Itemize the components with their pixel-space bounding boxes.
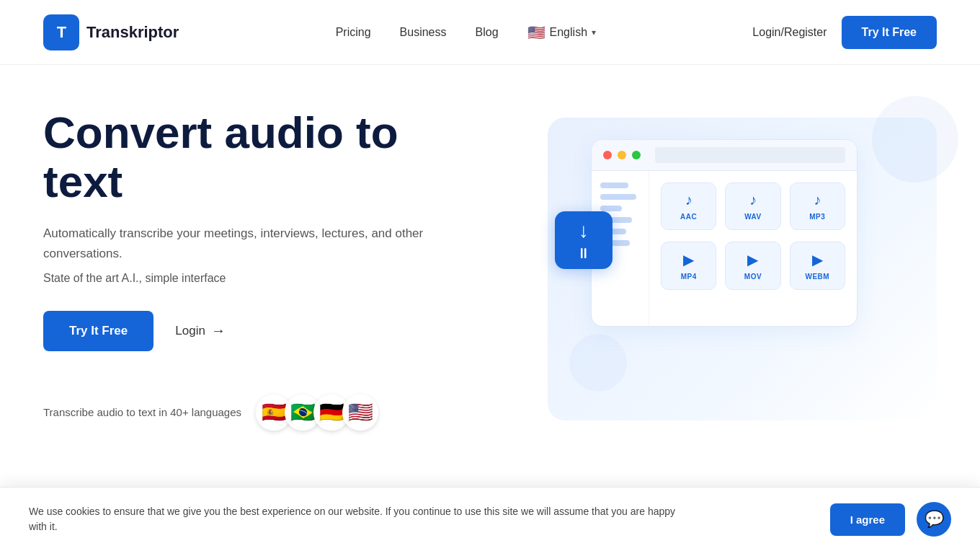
dot-green	[632, 151, 641, 159]
logo-icon: T	[43, 14, 79, 50]
format-mov: ▶ MOV	[725, 242, 780, 290]
hero-left: Convert audio to text Automatically tran…	[43, 108, 447, 431]
navbar: T Transkriptor Pricing Business Blog 🇺🇸 …	[0, 0, 980, 65]
video-icon: ▶	[812, 251, 823, 268]
text-line	[600, 194, 636, 200]
dot-yellow	[618, 151, 626, 159]
logo[interactable]: T Transkriptor	[43, 14, 179, 50]
panel-format-grid: ♪ AAC ♪ WAV ♪ MP3	[649, 171, 857, 326]
cookie-bar: We use cookies to ensure that we give yo…	[0, 487, 980, 518]
music-icon: ♪	[749, 192, 757, 208]
panel-topbar	[592, 140, 857, 171]
format-aac: ♪ AAC	[661, 182, 716, 230]
hero-actions: Try It Free Login →	[43, 311, 447, 351]
deco-circle-2	[569, 334, 627, 392]
panel-searchbar	[655, 147, 845, 163]
format-row-1: ♪ AAC ♪ WAV ♪ MP3	[661, 182, 845, 230]
flags-group: 🇪🇸 🇧🇷 🇩🇪 🇺🇸	[256, 394, 378, 431]
illustration-panel: ♪ AAC ♪ WAV ♪ MP3	[591, 139, 858, 327]
pause-icon: ⏸	[576, 245, 591, 262]
nav-business[interactable]: Business	[400, 26, 447, 39]
language-selector[interactable]: 🇺🇸 English ▾	[527, 24, 596, 41]
nav-right: Login/Register Try It Free	[752, 16, 937, 49]
download-icon: ↓	[579, 219, 589, 242]
dot-red	[603, 151, 612, 159]
panel-content: ♪ AAC ♪ WAV ♪ MP3	[592, 171, 857, 326]
text-line	[600, 206, 622, 211]
music-icon: ♪	[814, 192, 821, 208]
format-mp3: ♪ MP3	[790, 182, 845, 230]
video-icon: ▶	[747, 251, 758, 268]
download-card: ↓ ⏸	[555, 211, 612, 269]
cookie-actions: I agree 💬	[830, 502, 951, 518]
nav-links: Pricing Business Blog 🇺🇸 English ▾	[336, 24, 596, 41]
hero-languages: Transcribe audio to text in 40+ language…	[43, 394, 447, 431]
format-webm: ▶ WEBM	[790, 242, 845, 290]
chat-bubble-button[interactable]: 💬	[917, 502, 951, 518]
logo-text: Transkriptor	[86, 23, 179, 42]
hero-login-link[interactable]: Login →	[175, 322, 226, 339]
nav-cta-button[interactable]: Try It Free	[842, 16, 937, 49]
video-icon: ▶	[683, 251, 694, 268]
hero-tagline: State of the art A.I., simple interface	[43, 272, 447, 285]
hero-login-label: Login	[175, 324, 205, 338]
nav-blog[interactable]: Blog	[476, 26, 499, 39]
cookie-text: We use cookies to ensure that we give yo…	[29, 504, 677, 518]
nav-pricing[interactable]: Pricing	[336, 26, 371, 39]
flag-english: 🇺🇸	[342, 394, 378, 431]
chevron-down-icon: ▾	[592, 27, 596, 38]
arrow-right-icon: →	[211, 322, 226, 339]
cookie-agree-button[interactable]: I agree	[830, 503, 905, 518]
music-icon: ♪	[685, 192, 692, 208]
lang-flag: 🇺🇸	[527, 24, 545, 41]
lang-description: Transcribe audio to text in 40+ language…	[43, 406, 241, 418]
format-row-2: ▶ MP4 ▶ MOV ▶ WEBM	[661, 242, 845, 290]
login-register-link[interactable]: Login/Register	[752, 26, 827, 39]
hero-cta-button[interactable]: Try It Free	[43, 311, 153, 351]
text-line	[600, 182, 628, 188]
hero-subtitle: Automatically transcribe your meetings, …	[43, 224, 447, 263]
hero-illustration: ↓ ⏸	[548, 118, 937, 420]
deco-circle-1	[872, 96, 958, 182]
hero-title: Convert audio to text	[43, 108, 447, 206]
lang-label: English	[550, 26, 587, 39]
hero-section: Convert audio to text Automatically tran…	[0, 65, 980, 459]
format-wav: ♪ WAV	[725, 182, 780, 230]
chat-icon: 💬	[925, 510, 944, 518]
format-mp4: ▶ MP4	[661, 242, 716, 290]
